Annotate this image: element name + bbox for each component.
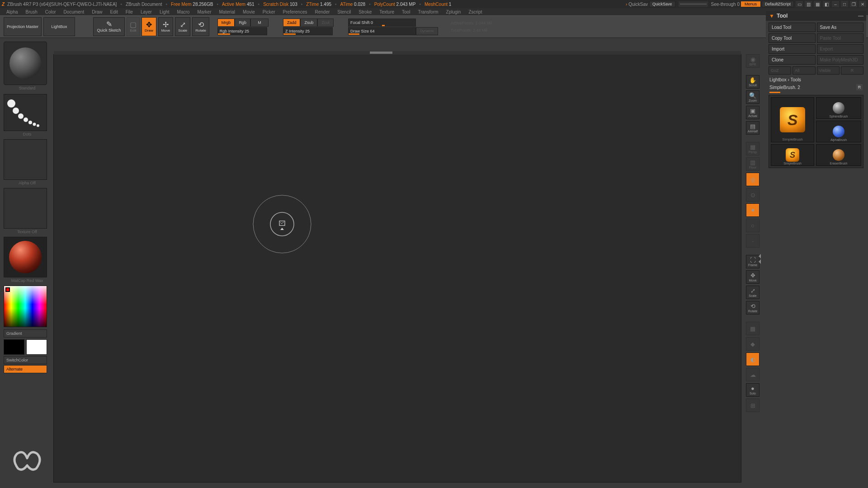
- floor-button[interactable]: ▥Floor: [746, 157, 760, 171]
- menu-movie[interactable]: Movie: [239, 9, 259, 14]
- color-picker[interactable]: [4, 286, 47, 327]
- actual-button[interactable]: ▣Actual: [746, 106, 760, 119]
- center2-button[interactable]: ·: [746, 234, 760, 248]
- lightbox-tools-breadcrumb[interactable]: Lightbox › Tools: [766, 76, 866, 83]
- menu-material[interactable]: Material: [216, 9, 239, 14]
- canvas-hscroll[interactable]: [54, 51, 741, 55]
- menu-transform[interactable]: Transform: [414, 9, 442, 14]
- menu-draw[interactable]: Draw: [88, 9, 106, 14]
- tool-thumb-spherebrush[interactable]: SphereBrush: [816, 97, 861, 119]
- menu-stroke[interactable]: Stroke: [355, 9, 375, 14]
- goz-r-button[interactable]: R: [841, 66, 863, 75]
- clone-button[interactable]: Clone: [769, 55, 816, 65]
- transp-button[interactable]: ◐: [746, 352, 760, 366]
- current-tool-name[interactable]: SimpleBrush. 2: [769, 85, 800, 90]
- tray-divider-handle[interactable]: [759, 253, 761, 271]
- menu-render[interactable]: Render: [311, 9, 334, 14]
- stroke-thumbnail[interactable]: [4, 94, 47, 131]
- goz-all-button[interactable]: All: [793, 66, 815, 75]
- restore-icon[interactable]: ❐: [850, 1, 857, 7]
- edit-button[interactable]: ▢Edit: [127, 17, 140, 36]
- close-icon[interactable]: ✕: [859, 1, 866, 7]
- local2-button[interactable]: ✦: [746, 203, 760, 217]
- gradient-button[interactable]: Gradient: [4, 329, 47, 338]
- tool-thumb-simplebrush-2[interactable]: S SimpleBrush: [771, 144, 814, 166]
- tool-r-toggle[interactable]: R: [856, 84, 863, 90]
- texture-thumbnail[interactable]: [4, 188, 47, 229]
- menu-preferences[interactable]: Preferences: [279, 9, 311, 14]
- window-dock-icon[interactable]: ◧: [823, 1, 830, 7]
- menu-color[interactable]: Color: [42, 9, 60, 14]
- zsub-button[interactable]: Zsub: [300, 19, 317, 27]
- move-view-button[interactable]: ✥Move: [746, 270, 760, 284]
- mrgb-button[interactable]: Mrgb: [217, 19, 235, 27]
- center-button[interactable]: ○: [746, 219, 760, 232]
- move-mode-button[interactable]: ✢Move: [158, 17, 174, 36]
- alpha-thumbnail[interactable]: [4, 139, 47, 180]
- copy-tool-button[interactable]: Copy Tool: [769, 33, 816, 43]
- menu-zscript[interactable]: Zscript: [465, 9, 486, 14]
- z-intensity-slider[interactable]: Z Intensity 25: [283, 27, 333, 35]
- menu-file[interactable]: File: [122, 9, 137, 14]
- tool-thumb-simplebrush[interactable]: S SimpleBrush: [771, 97, 814, 142]
- maximize-icon[interactable]: □: [841, 1, 848, 7]
- focal-shift-slider[interactable]: Focal Shift 0: [348, 19, 416, 27]
- rotate-mode-button[interactable]: ⟲Rotate: [192, 17, 209, 36]
- lcam-button[interactable]: ⊙: [746, 188, 760, 202]
- menu-edit[interactable]: Edit: [107, 9, 122, 14]
- menu-document[interactable]: Document: [60, 9, 88, 14]
- menu-texture[interactable]: Texture: [376, 9, 398, 14]
- material-thumbnail[interactable]: [4, 237, 47, 277]
- zcut-button[interactable]: Zcut: [317, 19, 334, 27]
- frame-button[interactable]: ⛶Frame: [746, 255, 760, 268]
- seethrough-slider[interactable]: [679, 1, 708, 7]
- menu-light[interactable]: Light: [156, 9, 173, 14]
- canvas[interactable]: [53, 54, 741, 483]
- rgb-intensity-slider[interactable]: Rgb Intensity 25: [217, 27, 267, 35]
- brush-thumbnail[interactable]: [4, 42, 47, 85]
- make-polymesh-button[interactable]: Make PolyMesh3D: [817, 55, 864, 65]
- export-button[interactable]: Export: [817, 44, 864, 54]
- save-as-button[interactable]: Save As: [817, 23, 864, 32]
- menu-tool[interactable]: Tool: [398, 9, 414, 14]
- xpose-button[interactable]: ▦: [746, 322, 760, 335]
- scale-view-button[interactable]: ⤢Scale: [746, 286, 760, 299]
- goz-button[interactable]: GoZ: [769, 66, 791, 75]
- draw-size-slider[interactable]: Draw Size 64: [348, 27, 416, 35]
- polyf-button[interactable]: ◆: [746, 337, 760, 351]
- persp-button[interactable]: ▦Persp: [746, 142, 760, 155]
- zoom-button[interactable]: 🔍Zoom: [746, 90, 760, 104]
- bpr-button[interactable]: ◉BPR: [746, 54, 760, 68]
- menu-stencil[interactable]: Stencil: [334, 9, 354, 14]
- minimize-icon[interactable]: –: [832, 1, 839, 7]
- window-grid-icon[interactable]: ▦: [814, 1, 821, 7]
- alternate-button[interactable]: Alternate: [4, 365, 47, 373]
- menus-button[interactable]: Menus: [741, 1, 760, 7]
- aahalf-button[interactable]: ▤AAHalf: [746, 121, 760, 135]
- quick-sketch-button[interactable]: ✎ Quick Sketch: [93, 17, 125, 36]
- ghost-button[interactable]: ☁: [746, 368, 760, 381]
- window-layout-icon[interactable]: ▥: [805, 1, 812, 7]
- menu-macro[interactable]: Macro: [174, 9, 193, 14]
- menu-brush[interactable]: Brush: [22, 9, 41, 14]
- scroll-button[interactable]: ✋Scroll: [746, 75, 760, 89]
- menu-layer[interactable]: Layer: [137, 9, 156, 14]
- zadd-button[interactable]: Zadd: [283, 19, 301, 27]
- scale-mode-button[interactable]: ⤢Scale: [175, 17, 190, 36]
- menu-marker[interactable]: Marker: [193, 9, 215, 14]
- rgb-button[interactable]: Rgb: [235, 19, 250, 27]
- menu-picker[interactable]: Picker: [259, 9, 279, 14]
- default-zscript-button[interactable]: DefaultZScript: [762, 1, 794, 7]
- xpose2-button[interactable]: ⊞: [746, 399, 760, 412]
- menu-alpha[interactable]: Alpha: [3, 9, 22, 14]
- pin-icon[interactable]: ▾: [769, 13, 775, 19]
- load-tool-button[interactable]: Load Tool: [769, 23, 816, 32]
- quicksave-button[interactable]: QuickSave: [649, 1, 675, 7]
- lightbox-button[interactable]: LightBox: [43, 17, 75, 36]
- secondary-color-swatch[interactable]: [4, 339, 24, 355]
- panel-collapse-icon[interactable]: —: [858, 13, 863, 19]
- draw-mode-button[interactable]: ✥Draw: [142, 17, 156, 36]
- m-button[interactable]: M: [250, 19, 269, 27]
- primary-color-swatch[interactable]: [26, 339, 47, 355]
- switch-color-button[interactable]: SwitchColor: [4, 356, 47, 364]
